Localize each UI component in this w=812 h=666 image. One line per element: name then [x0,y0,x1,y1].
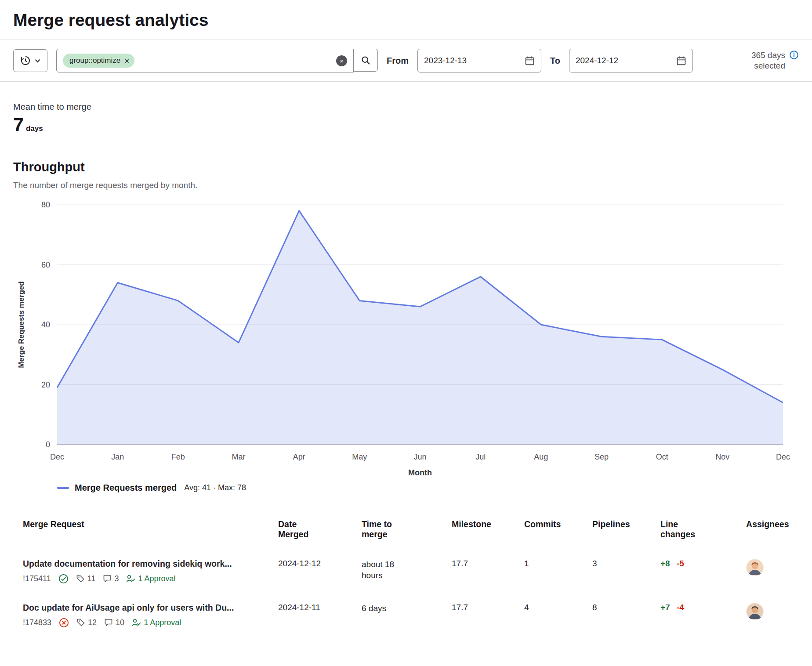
filter-token-label: group::optimize [69,56,120,65]
comments-icon [103,574,112,583]
svg-text:40: 40 [41,320,50,329]
table-row: Update documentation for removing sideki… [23,548,799,592]
token-remove-icon[interactable]: × [124,57,129,65]
history-icon [20,55,31,66]
line-changes-cell: +7 -4 [660,603,746,612]
search-button[interactable] [353,49,378,72]
days-selected: 365 days selected [743,50,799,71]
label-icon [76,618,85,627]
date-merged-cell: 2024-12-11 [278,603,362,612]
throughput-section: Throughput The number of merge requests … [13,160,799,493]
commits-cell: 4 [524,603,592,612]
additions: +8 [660,559,670,568]
label-icon [76,574,85,583]
legend-stats: Avg: 41 · Max: 78 [184,483,246,492]
date-merged-cell: 2024-12-12 [278,559,362,568]
merge-request-id: !174833 [23,618,51,627]
assignees-cell [746,603,799,620]
calendar-icon [676,56,686,66]
merge-request-title-link[interactable]: Update documentation for removing sideki… [23,559,278,569]
avatar[interactable] [746,603,764,620]
additions: +7 [660,603,670,612]
from-label: From [387,56,409,66]
column-header-pipelines: Pipelines [592,519,660,529]
svg-text:Jul: Jul [475,452,486,461]
approval-icon [126,575,135,583]
mean-time-label: Mean time to merge [13,102,799,112]
x-circle-icon [59,618,69,628]
commits-cell: 1 [524,559,592,568]
comments-count: 3 [103,574,119,583]
check-circle-icon [58,574,69,584]
labels-count: 12 [76,618,97,627]
merge-request-title-link[interactable]: Doc update for AiUsage api only for user… [23,603,278,613]
svg-text:Apr: Apr [293,452,305,461]
clear-search-button[interactable]: × [336,55,347,66]
throughput-chart: 020406080DecJanFebMarAprMayJunJulAugSepO… [13,198,799,479]
legend-swatch [57,487,69,489]
column-header-milestone: Milestone [452,519,524,529]
svg-text:Jan: Jan [111,452,124,461]
svg-text:Jun: Jun [413,452,426,461]
mean-time-to-merge: Mean time to merge 7days [13,102,799,135]
column-header-assignees: Assignees [746,519,799,529]
svg-text:Dec: Dec [776,452,790,461]
svg-text:Mar: Mar [232,452,246,461]
chart-legend[interactable]: Merge Requests merged Avg: 41 · Max: 78 [57,483,799,493]
svg-text:60: 60 [41,261,50,269]
calendar-icon [525,56,535,66]
assignees-cell [746,559,799,576]
column-header-commits: Commits [524,519,592,529]
avatar[interactable] [746,559,764,576]
merge-requests-table: Merge Request Date Merged Time to merge … [23,516,799,636]
labels-count: 11 [76,574,96,583]
svg-text:Oct: Oct [656,452,668,461]
mean-time-unit: days [26,124,43,133]
deletions: -4 [677,603,684,612]
milestone-cell: 17.7 [452,603,524,612]
approvals: 1 Approval [132,618,181,627]
search-icon [361,55,371,65]
line-changes-cell: +8 -5 [660,559,746,568]
merge-request-id: !175411 [23,574,51,583]
days-selected-text: 365 days selected [743,50,785,71]
comments-icon [104,618,113,627]
time-to-merge-cell: about 18 hours [362,559,452,581]
info-icon[interactable] [789,50,799,60]
svg-text:Aug: Aug [534,452,548,461]
chevron-down-icon [35,59,40,63]
svg-text:Nov: Nov [715,452,729,461]
svg-text:Dec: Dec [50,452,64,461]
filtered-search-input[interactable]: group::optimize × × [56,49,354,72]
to-date-input[interactable]: 2024-12-12 [569,49,693,72]
milestone-cell: 17.7 [452,559,524,568]
to-date-value: 2024-12-12 [576,56,618,65]
from-date-input[interactable]: 2023-12-13 [417,49,541,72]
column-header-date-merged: Date Merged [278,519,362,540]
svg-text:80: 80 [41,200,50,209]
pipelines-cell: 8 [592,603,660,612]
deletions: -5 [677,559,684,568]
to-label: To [550,56,560,66]
filter-token[interactable]: group::optimize × [63,54,134,68]
svg-text:Sep: Sep [594,452,609,461]
svg-text:Month: Month [408,468,432,477]
pipelines-cell: 3 [592,559,660,568]
svg-text:Merge Requests merged: Merge Requests merged [17,281,25,368]
time-to-merge-cell: 6 days [362,603,452,614]
column-header-time-to-merge: Time to merge [362,519,452,540]
filter-bar: group::optimize × × From 2023-12-13 To 2… [0,40,812,82]
column-header-line-changes: Line changes [660,519,746,540]
approval-icon [132,619,141,627]
table-header-row: Merge Request Date Merged Time to merge … [23,516,799,548]
throughput-title: Throughput [13,160,799,174]
svg-text:20: 20 [41,380,50,389]
throughput-description: The number of merge requests merged by m… [13,181,799,190]
column-header-merge-request: Merge Request [23,519,278,529]
table-row: Doc update for AiUsage api only for user… [23,592,799,636]
svg-text:Feb: Feb [171,452,185,461]
svg-text:May: May [352,452,367,461]
mean-time-value: 7 [13,114,24,135]
legend-label: Merge Requests merged [75,483,177,493]
search-history-dropdown-button[interactable] [13,49,47,72]
